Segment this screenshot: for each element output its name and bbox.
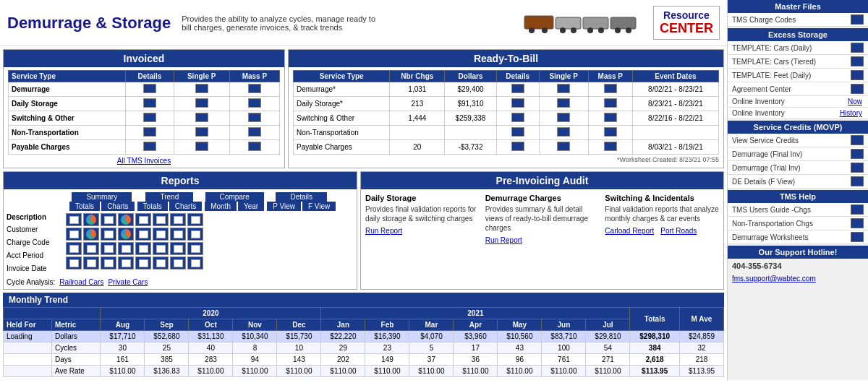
support-email[interactable]: fms.support@wabtec.com [728, 273, 868, 284]
sidebar-item-link[interactable]: History [840, 109, 862, 117]
reports-icon-cell[interactable] [83, 242, 99, 255]
reports-icon-cell[interactable] [66, 242, 82, 255]
inv-single-cell[interactable] [174, 111, 229, 126]
sidebar-item-icon[interactable] [851, 43, 864, 53]
sidebar-item[interactable]: View Service Credits [728, 134, 868, 147]
sidebar-item[interactable]: TEMPLATE: Cars (Tiered) [728, 55, 868, 69]
inv-details-cell[interactable] [126, 111, 174, 126]
sidebar-item-icon[interactable] [851, 149, 864, 159]
resource-center-logo[interactable]: Resource CENTER [653, 6, 720, 40]
tms-charge-codes-icon[interactable] [851, 14, 864, 25]
rtb-icon-cell[interactable] [496, 97, 539, 111]
reports-icon-cell[interactable] [135, 256, 151, 270]
reports-icon-cell[interactable] [135, 228, 151, 241]
inv-details-cell[interactable] [126, 126, 174, 140]
sidebar-item-icon[interactable] [851, 163, 864, 173]
reports-icon-cell[interactable] [135, 213, 151, 226]
reports-icon-cell[interactable] [170, 213, 186, 226]
reports-icon-cell[interactable] [118, 213, 134, 226]
sidebar-item[interactable]: TMS Users Guide -Chgs [728, 203, 868, 217]
reports-icon-cell[interactable] [153, 228, 169, 241]
rtb-icon-cell[interactable] [588, 97, 632, 111]
rtb-icon-cell[interactable] [496, 111, 539, 126]
inv-mass-cell[interactable] [229, 82, 279, 97]
inv-single-cell[interactable] [174, 126, 229, 140]
reports-icon-cell[interactable] [83, 213, 99, 226]
reports-icon-cell[interactable] [83, 228, 99, 241]
inv-single-cell[interactable] [174, 97, 229, 111]
rtb-icon-cell[interactable] [539, 97, 588, 111]
reports-icon-cell[interactable] [187, 213, 203, 226]
rtb-icon-cell[interactable] [539, 126, 588, 140]
all-tms-invoices-link[interactable]: All TMS Invoices [8, 157, 280, 165]
audit-carload-link[interactable]: Carload Report [605, 227, 654, 235]
audit-dem-link[interactable]: Run Report [485, 236, 522, 244]
sidebar-item[interactable]: Demurrage (Trial Inv) [728, 161, 868, 175]
reports-icon-cell[interactable] [170, 242, 186, 255]
sidebar-item-icon[interactable] [851, 232, 864, 242]
rtb-icon-cell[interactable] [496, 82, 539, 97]
reports-icon-cell[interactable] [153, 256, 169, 270]
reports-icon-cell[interactable] [135, 242, 151, 255]
sidebar-item-icon[interactable] [851, 176, 864, 186]
reports-icon-cell[interactable] [101, 256, 116, 270]
sidebar-item[interactable]: Demurrage Worksheets [728, 230, 868, 244]
sidebar-item[interactable]: Online InventoryNow [728, 96, 868, 108]
audit-ds-link[interactable]: Run Report [365, 227, 402, 235]
reports-icon-cell[interactable] [153, 242, 169, 255]
sidebar-item-icon[interactable] [851, 70, 864, 80]
sidebar-item-icon[interactable] [851, 135, 864, 145]
rtb-icon-cell[interactable] [539, 140, 588, 155]
reports-icon-cell[interactable] [101, 242, 116, 255]
rtb-icon-cell[interactable] [588, 82, 632, 97]
sidebar-item[interactable]: DE Details (F View) [728, 175, 868, 189]
reports-icon-cell[interactable] [118, 242, 134, 255]
reports-icon-cell[interactable] [118, 228, 134, 241]
inv-single-cell[interactable] [174, 82, 229, 97]
inv-mass-cell[interactable] [229, 126, 279, 140]
inv-single-cell[interactable] [174, 140, 229, 155]
inv-mass-cell[interactable] [229, 111, 279, 126]
inv-details-cell[interactable] [126, 97, 174, 111]
inv-mass-cell[interactable] [229, 97, 279, 111]
reports-icon-cell[interactable] [66, 228, 82, 241]
sidebar-item-icon[interactable] [851, 218, 864, 228]
sidebar-tms-charge-codes[interactable]: TMS Charge Codes [728, 13, 868, 27]
reports-icon-cell[interactable] [66, 256, 82, 270]
sidebar-item[interactable]: TEMPLATE: Cars (Daily) [728, 41, 868, 55]
inv-details-cell[interactable] [126, 140, 174, 155]
inv-mass-cell[interactable] [229, 140, 279, 155]
reports-icon-cell[interactable] [170, 228, 186, 241]
sidebar-item[interactable]: Non-Transportation Chgs [728, 217, 868, 230]
private-cars-link[interactable]: Private Cars [108, 278, 148, 286]
rtb-icon-cell[interactable] [496, 126, 539, 140]
rtb-icon-cell[interactable] [539, 111, 588, 126]
sidebar-item[interactable]: TEMPLATE: Feet (Daily) [728, 69, 868, 82]
sidebar-item-icon[interactable] [851, 204, 864, 215]
rtb-icon-cell[interactable] [539, 82, 588, 97]
reports-icon-cell[interactable] [101, 228, 116, 241]
reports-icon-cell[interactable] [66, 213, 82, 226]
reports-icon-cell[interactable] [187, 228, 203, 241]
sidebar-item[interactable]: Online InventoryHistory [728, 108, 868, 119]
sidebar-item-link[interactable]: Now [848, 98, 862, 105]
sidebar-item-icon[interactable] [851, 84, 864, 94]
reports-icon-cell[interactable] [83, 256, 99, 270]
rtb-icon-cell[interactable] [496, 140, 539, 155]
rtb-icon-cell[interactable] [588, 140, 632, 155]
inv-details-cell[interactable] [126, 82, 174, 97]
sidebar-item-icon[interactable] [851, 56, 864, 66]
reports-icon-cell[interactable] [118, 256, 134, 270]
railroad-cars-link[interactable]: Railroad Cars [59, 278, 103, 286]
reports-icon-cell[interactable] [187, 242, 203, 255]
rtb-icon-cell[interactable] [588, 126, 632, 140]
reports-icon-cell[interactable] [101, 213, 116, 226]
sidebar-item[interactable]: Demurrage (Final Inv) [728, 147, 868, 161]
reports-icon-cell[interactable] [153, 213, 169, 226]
reports-icon-cell[interactable] [170, 256, 186, 270]
sidebar-item[interactable]: Agreement Center [728, 82, 868, 96]
rtb-icon-cell[interactable] [588, 111, 632, 126]
audit-port-link[interactable]: Port Roads [660, 227, 697, 235]
totals-label: Totals [69, 202, 100, 211]
reports-icon-cell[interactable] [187, 256, 203, 270]
